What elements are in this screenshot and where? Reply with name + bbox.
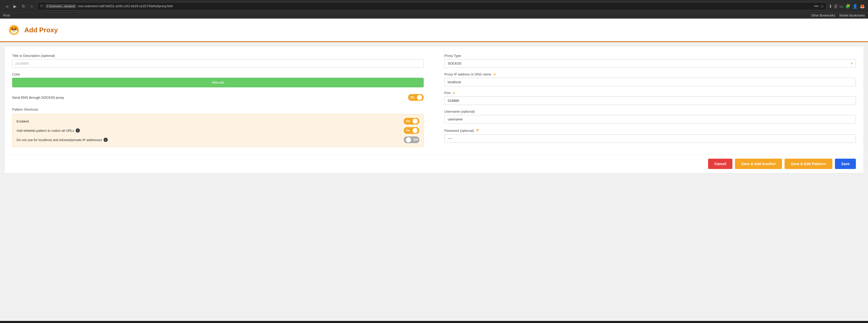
username-label: Username (optional)	[444, 110, 856, 113]
svg-point-6	[14, 29, 16, 30]
cancel-button[interactable]: Cancel	[708, 159, 733, 169]
whitelist-info-icon[interactable]: i	[76, 128, 80, 133]
pattern-toggle-whitelist[interactable]: On	[404, 127, 419, 134]
pattern-toggle-whitelist-label: On	[406, 129, 410, 132]
dns-toggle-row: Send DNS through SOCKS5 proxy On	[12, 92, 424, 103]
pattern-label-whitelist: Add whitelist pattern to match all URLs …	[17, 128, 80, 133]
fox-icon[interactable]: 🦊	[860, 4, 865, 9]
bookmarks-bar: Prod Other Bookmarks Mobile Bookmarks	[0, 13, 868, 19]
dns-toggle-label: On	[410, 96, 414, 99]
form-footer: Cancel Save & Add Another Save & Edit Pa…	[4, 154, 864, 173]
proxy-ip-star: ★	[493, 72, 496, 76]
color-group: Color #66cc66	[12, 72, 424, 87]
two-col-layout: Title or Description (optional) Color #6…	[12, 54, 856, 147]
dns-toggle[interactable]: On	[408, 94, 424, 101]
form-section: Title or Description (optional) Color #6…	[4, 46, 864, 173]
profile-icon[interactable]: 👤	[852, 4, 858, 9]
title-label: Title or Description (optional)	[12, 54, 424, 58]
left-col: Title or Description (optional) Color #6…	[12, 54, 429, 147]
color-button[interactable]: #66cc66	[12, 78, 424, 87]
localhost-info-icon[interactable]: i	[103, 138, 108, 142]
pattern-toggle-enabled-knob	[412, 119, 418, 124]
bookmarks-icon[interactable]: |||	[834, 4, 837, 8]
pattern-label-localhost: Do not use for localhost and intranet/pr…	[17, 138, 108, 142]
pattern-shortcuts-box: Enabled On Add whitelist pattern to matc…	[12, 114, 424, 147]
password-input[interactable]	[444, 135, 856, 143]
mobile-bookmarks[interactable]: Mobile Bookmarks	[839, 14, 865, 17]
pattern-toggle-localhost[interactable]: Off	[404, 137, 419, 143]
password-eye-icon[interactable]: 👁	[475, 128, 480, 133]
page-content: Add Proxy Title or Description (optional…	[0, 19, 868, 321]
address-bar[interactable]: 🛡 # Extension...tandard) moz-extension:/…	[37, 2, 827, 10]
back-button[interactable]: ◀	[3, 3, 10, 10]
page-header: Add Proxy	[0, 19, 868, 42]
username-group: Username (optional)	[444, 110, 856, 123]
port-input[interactable]	[444, 96, 856, 105]
right-col: Proxy Type HTTP HTTPS SOCKS4 SOCKS5	[439, 54, 856, 147]
save-edit-button[interactable]: Save & Edit Patterns	[784, 159, 832, 169]
star-icon[interactable]: ☆	[820, 4, 824, 9]
address-text: moz-extension://a87e8251-a240-c141-bb19-…	[78, 4, 813, 8]
page-title: Add Proxy	[24, 26, 58, 34]
pattern-shortcuts-label: Pattern Shortcuts	[12, 108, 424, 111]
proxy-ip-input[interactable]	[444, 78, 856, 86]
password-label: Password (optional)	[444, 129, 474, 133]
extension-icon[interactable]: 🧩	[845, 4, 850, 9]
svg-point-5	[13, 29, 14, 30]
pattern-toggle-localhost-label: Off	[413, 138, 418, 142]
proxy-ip-label: Proxy IP address or DNS name ★	[444, 72, 856, 76]
proxy-type-select-wrapper: HTTP HTTPS SOCKS4 SOCKS5	[444, 59, 856, 68]
password-group: Password (optional) 👁	[444, 128, 856, 143]
password-label-row: Password (optional) 👁	[444, 128, 856, 133]
port-group: Port ★	[444, 91, 856, 105]
pattern-toggle-localhost-knob	[406, 137, 411, 142]
form-body: Title or Description (optional) Color #6…	[4, 47, 864, 154]
fox-logo	[8, 24, 20, 36]
tab-label: Extension...tandard)	[49, 5, 75, 8]
proxy-ip-group: Proxy IP address or DNS name ★	[444, 72, 856, 86]
pattern-toggle-whitelist-knob	[412, 128, 418, 133]
username-input[interactable]	[444, 115, 856, 123]
other-bookmarks[interactable]: Other Bookmarks	[811, 14, 835, 17]
pattern-row-whitelist: Add whitelist pattern to match all URLs …	[17, 127, 419, 134]
lock-icon: #	[47, 5, 48, 8]
dns-toggle-knob	[417, 95, 422, 100]
nav-buttons: ◀ ▶ ↻ ⌂	[3, 3, 35, 10]
dns-label: Send DNS through SOCKS5 proxy	[12, 96, 64, 99]
browser-chrome: ◀ ▶ ↻ ⌂ 🛡 # Extension...tandard) moz-ext…	[0, 0, 868, 13]
forward-button[interactable]: ▶	[11, 3, 19, 10]
save-add-button[interactable]: Save & Add Another	[735, 159, 782, 169]
shield-icon: 🛡	[40, 4, 44, 8]
color-label: Color	[12, 72, 424, 76]
pattern-row-localhost: Do not use for localhost and intranet/pr…	[17, 137, 419, 143]
pattern-label-enabled: Enabled	[17, 119, 29, 123]
bookmark-prod[interactable]: Prod	[3, 14, 9, 17]
pattern-toggle-enabled-label: On	[406, 119, 410, 123]
home-button[interactable]: ⌂	[28, 3, 35, 10]
proxy-type-select[interactable]: HTTP HTTPS SOCKS4 SOCKS5	[444, 59, 856, 68]
pattern-toggle-enabled[interactable]: On	[404, 118, 419, 124]
proxy-type-label: Proxy Type	[444, 54, 856, 58]
download-icon[interactable]: ⬇	[829, 4, 832, 9]
pattern-shortcuts-group: Pattern Shortcuts Enabled On	[12, 108, 424, 147]
title-input[interactable]	[12, 59, 424, 68]
refresh-button[interactable]: ↻	[20, 3, 27, 10]
window-icon[interactable]: ▭	[839, 4, 843, 9]
svg-point-7	[13, 31, 15, 32]
tab-pill: # Extension...tandard)	[45, 4, 76, 8]
proxy-type-group: Proxy Type HTTP HTTPS SOCKS4 SOCKS5	[444, 54, 856, 68]
save-button[interactable]: Save	[835, 159, 856, 169]
port-star: ★	[452, 91, 456, 95]
browser-toolbar-right: ⬇ ||| ▭ 🧩 👤 🦊	[829, 4, 865, 9]
pattern-row-enabled: Enabled On	[17, 118, 419, 124]
port-label: Port ★	[444, 91, 856, 95]
title-group: Title or Description (optional)	[12, 54, 424, 68]
more-icon[interactable]: •••	[814, 4, 819, 8]
